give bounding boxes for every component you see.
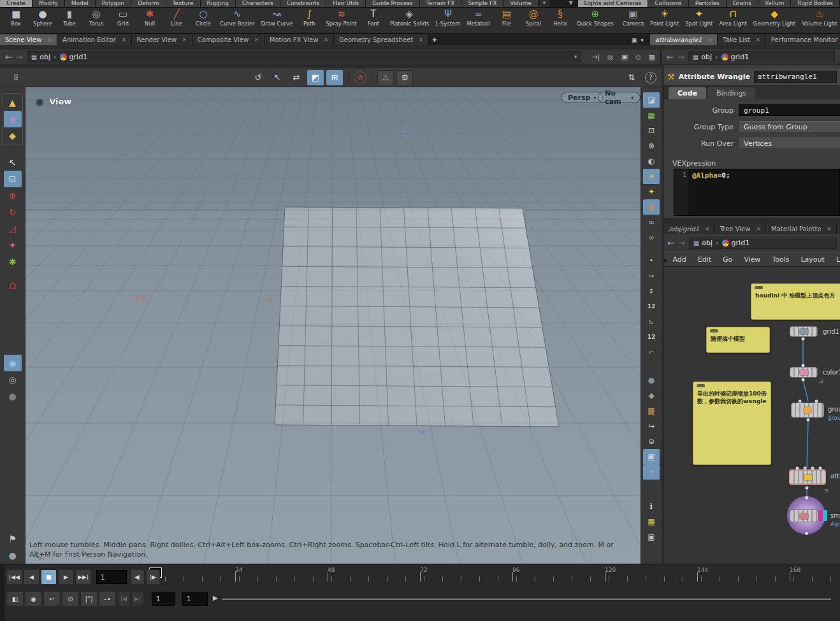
close-tab-icon[interactable]: × <box>182 37 187 43</box>
shelf-tab[interactable]: Vellum <box>758 0 791 7</box>
shelf-tab[interactable]: Deform <box>131 0 166 7</box>
shelf-tool-button[interactable]: ↝ Draw Curve <box>257 8 296 33</box>
wireframe-icon[interactable]: ∞ <box>643 215 660 230</box>
view-orbit-tool[interactable]: ◉ <box>4 355 22 371</box>
close-tab-icon[interactable]: × <box>756 37 760 43</box>
playbar-display-options[interactable]: ◧ <box>6 591 24 606</box>
shelf-tab[interactable]: Volume <box>503 0 538 7</box>
shelf-tool-button[interactable]: § Helix <box>547 8 574 33</box>
show-points-icon[interactable]: • <box>643 253 660 268</box>
material-sphere-icon[interactable]: ◐ <box>643 153 660 169</box>
scale-tool[interactable]: ◿ <box>4 220 22 237</box>
shelf-tool-button[interactable]: ▭ Grid <box>110 8 136 33</box>
view-tool[interactable]: ↺ <box>250 70 266 85</box>
align-axis-tool[interactable]: ✱ <box>4 253 22 270</box>
recent-tool-surface[interactable]: ▲ <box>4 94 22 111</box>
pane-tab[interactable]: Take List × <box>718 34 766 45</box>
optimize-icon[interactable]: ◆ <box>643 388 660 403</box>
snapshot-icon[interactable]: ▣ <box>621 53 628 61</box>
shelf-tab[interactable]: Simple FX <box>461 0 503 7</box>
translate-tool[interactable]: ⊕ <box>4 187 22 204</box>
prim-numbers-icon[interactable]: 12 <box>643 329 660 345</box>
shelf-tool-button[interactable]: ○ Circle <box>190 8 217 33</box>
node-crumb[interactable]: grid1 <box>721 53 749 61</box>
pane-tab[interactable]: Material Palette × <box>766 224 837 234</box>
shelf-tab[interactable]: Model <box>65 0 96 7</box>
snap-toggle[interactable]: ◩ <box>307 70 324 85</box>
code-content[interactable]: @Alpha=0; <box>688 169 730 215</box>
shelf-tool-button[interactable]: ◎ Torus <box>83 8 110 33</box>
shelf-tool-button[interactable]: ╱ Line <box>163 8 190 33</box>
path-dropdown-icon[interactable]: ▾ <box>574 54 577 60</box>
projection-selector[interactable]: Persp ▾ <box>561 92 603 103</box>
menu-item[interactable]: Tools <box>766 255 795 264</box>
point-markers-icon[interactable]: ↥ <box>643 283 660 299</box>
bundle-icon[interactable]: ▩ <box>643 403 660 418</box>
back-button[interactable]: ← <box>667 50 674 64</box>
shelf-tool-button[interactable]: @ Spiral <box>520 8 547 33</box>
prev-frame-button[interactable]: ◀| <box>131 569 145 585</box>
prev-key-button[interactable]: |◀ <box>117 591 130 606</box>
shelf-tool-button[interactable]: Ψ L-System <box>432 8 463 33</box>
shelf-tab[interactable]: Create <box>0 0 33 7</box>
range-slider-handle[interactable]: ▶ <box>213 594 218 601</box>
point-numbers-icon[interactable]: 12 <box>643 299 660 314</box>
recent-tool-project[interactable]: ◆ <box>4 127 22 144</box>
shelf-tab[interactable]: Particles <box>689 0 727 7</box>
node-name-field[interactable]: attribwrangle1 <box>754 71 837 83</box>
shelf-tool-button[interactable]: ☀ Point Light <box>647 8 682 33</box>
shelf-tool-button[interactable]: ∫ Path <box>296 8 322 33</box>
pose-tool[interactable]: ✦ <box>4 237 22 253</box>
close-tab-icon[interactable]: × <box>47 37 52 43</box>
note-collapse-icon[interactable] <box>755 286 763 289</box>
audio-options-button[interactable]: ◉ <box>25 591 42 606</box>
menu-item[interactable]: Edit <box>692 255 717 264</box>
close-tab-icon[interactable]: × <box>705 226 709 232</box>
pane-tab[interactable]: Render View × <box>132 34 192 45</box>
point-normals-icon[interactable]: ↪ <box>643 268 660 283</box>
pane-tab[interactable]: Motion FX View × <box>264 34 334 45</box>
box-zoom-tool[interactable]: ⊞ <box>326 70 343 85</box>
pane-tab[interactable]: Geometry Spreadsheet × <box>334 34 429 45</box>
template-flag[interactable] <box>818 510 823 521</box>
node-grid1[interactable] <box>790 326 818 337</box>
grid-display-icon[interactable]: ▦ <box>649 53 655 61</box>
prim-markers-icon[interactable]: ◺ <box>643 314 660 329</box>
add-shelf-tab-button[interactable]: + <box>539 0 550 7</box>
back-button[interactable]: ← <box>667 236 674 250</box>
stop-button[interactable]: ■ <box>41 569 57 585</box>
frame-ruler[interactable]: 24 48 72 96 120 144 168 1 <box>147 564 840 583</box>
forward-button[interactable]: → <box>678 236 685 250</box>
shelf-tool-button[interactable]: ◈ Platonic Solids <box>387 8 433 33</box>
layout-icon[interactable]: ◇ <box>635 53 641 61</box>
profile-curve-icon[interactable]: ⌐ <box>643 345 660 360</box>
next-frame-button[interactable]: |▶ <box>146 569 160 585</box>
menu-item[interactable]: Go <box>717 255 738 264</box>
close-tab-icon[interactable]: × <box>827 226 832 232</box>
shelf-tool-button[interactable]: ⊕ Quick Shapes <box>574 8 617 33</box>
close-tab-icon[interactable]: × <box>756 226 760 232</box>
attribute-wrangle-icon[interactable]: ⚒ <box>667 72 675 82</box>
pane-tab[interactable]: Composite View × <box>192 34 264 45</box>
shelf-tool-button[interactable]: ⊓ Area Light <box>716 8 749 33</box>
info-icon[interactable]: ℹ <box>643 499 660 514</box>
parameter-tab[interactable]: Bindings <box>707 87 755 99</box>
select-tool[interactable]: ↖ <box>4 154 22 171</box>
go-end-button[interactable]: ▶▶| <box>75 569 91 585</box>
shelf-tab[interactable]: Terrain FX <box>420 0 462 7</box>
node-attribwrangle1[interactable] <box>789 469 826 485</box>
parameter-field[interactable]: Vertices <box>739 138 840 149</box>
note-collapse-icon[interactable] <box>710 329 718 332</box>
linked-pane-icon[interactable]: ◎ <box>607 53 614 61</box>
handles-grid-icon[interactable]: ⠿ <box>8 70 24 85</box>
camera-selector[interactable]: No cam ▾ <box>598 92 641 103</box>
shelf-tool-button[interactable]: ▣ Camera <box>619 8 647 33</box>
scene-light-icon[interactable]: ✦ <box>643 464 660 480</box>
shelf-tool-button[interactable]: ● Sphere <box>29 8 56 33</box>
shelf-tool-button[interactable]: ■ Box <box>3 8 29 33</box>
loop-mode-button[interactable]: ↩ <box>43 591 61 606</box>
inspect-tool[interactable]: ● <box>4 388 22 404</box>
close-tab-icon[interactable]: × <box>324 37 328 43</box>
node-crumb[interactable]: grid1 <box>60 53 88 61</box>
shelf-tab[interactable]: Modify <box>33 0 65 7</box>
